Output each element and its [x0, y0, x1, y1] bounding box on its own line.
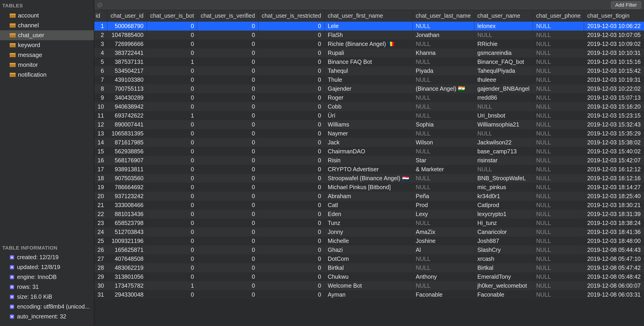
cell[interactable]: gajender_BNBAngel — [474, 84, 533, 93]
column-header[interactable]: chat_user_is_bot — [147, 10, 197, 21]
cell[interactable]: NULL — [412, 147, 474, 156]
cell[interactable]: 0 — [197, 75, 258, 84]
cell[interactable]: 0 — [197, 138, 258, 147]
cell[interactable]: 0 — [258, 120, 324, 129]
cell[interactable]: Star — [412, 156, 474, 165]
cell[interactable]: 0 — [197, 30, 258, 39]
cell[interactable]: 2019-12-03 18:14:27 — [584, 183, 644, 192]
cell[interactable]: 693742622 — [107, 111, 147, 120]
cell[interactable]: 0 — [147, 290, 197, 299]
cell[interactable]: Ùrí — [324, 111, 412, 120]
cell[interactable]: Catl — [324, 201, 412, 210]
cell[interactable]: 1 — [147, 281, 197, 290]
cell[interactable]: NULL — [533, 254, 584, 263]
cell[interactable]: 726996666 — [107, 39, 147, 48]
cell[interactable]: 5 — [94, 57, 107, 66]
cell[interactable]: NULL — [533, 281, 584, 290]
cell[interactable]: Michelle — [324, 236, 412, 245]
table-row[interactable]: 29313801056000ChukwuAnthonyEmeraldTonyNU… — [94, 272, 644, 281]
cell[interactable]: Birtkal — [474, 263, 533, 272]
cell[interactable]: 1 — [94, 21, 107, 31]
cell[interactable]: NULL — [412, 57, 474, 66]
cell[interactable]: Hi_tunz — [474, 219, 533, 227]
cell[interactable]: TahequlPiyada — [474, 66, 533, 75]
cell[interactable]: 22 — [94, 210, 107, 219]
table-row[interactable]: 9340430289000RogerNULLrredd86NULL2019-12… — [94, 93, 644, 102]
cell[interactable]: 0 — [197, 219, 258, 227]
cell[interactable]: lelonex — [474, 21, 533, 31]
cell[interactable]: 0 — [197, 272, 258, 281]
column-header[interactable]: chat_user_id — [107, 10, 147, 21]
cell[interactable]: 0 — [147, 39, 197, 48]
cell[interactable]: 786664692 — [107, 183, 147, 192]
cell[interactable]: 2 — [94, 30, 107, 39]
cell[interactable]: 0 — [197, 84, 258, 93]
cell[interactable]: NULL — [533, 201, 584, 210]
cell[interactable]: 0 — [258, 245, 324, 254]
cell[interactable]: NULL — [474, 102, 533, 111]
cell[interactable]: 2019-12-08 06:00:07 — [584, 281, 644, 290]
cell[interactable]: 0 — [258, 156, 324, 165]
cell[interactable]: NULL — [474, 165, 533, 174]
cell[interactable]: 0 — [197, 102, 258, 111]
cell[interactable]: Piyada — [412, 66, 474, 75]
cell[interactable]: 0 — [258, 210, 324, 219]
cell[interactable]: 2019-12-03 15:07:13 — [584, 93, 644, 102]
cell[interactable]: 568176907 — [107, 156, 147, 165]
cell[interactable]: 0 — [197, 183, 258, 192]
cell[interactable]: 562938856 — [107, 147, 147, 156]
cell[interactable]: rredd86 — [474, 93, 533, 102]
table-row[interactable]: 26165625871000GhaziAlSlashCryNULL2019-12… — [94, 245, 644, 254]
cell[interactable]: 0 — [197, 129, 258, 138]
cell[interactable]: 21 — [94, 201, 107, 210]
cell[interactable]: 2019-12-03 10:22:02 — [584, 84, 644, 93]
cell[interactable]: 0 — [197, 165, 258, 174]
cell[interactable]: 0 — [197, 39, 258, 48]
table-row[interactable]: 30173475782100Welcome BotNULLjh0ker_welc… — [94, 281, 644, 290]
cell[interactable]: 0 — [197, 111, 258, 120]
table-row[interactable]: 21333008466000CatlProdCatlprodNULL2019-1… — [94, 201, 644, 210]
cell[interactable]: 0 — [197, 263, 258, 272]
cell[interactable]: 0 — [147, 254, 197, 263]
cell[interactable]: Catlprod — [474, 201, 533, 210]
cell[interactable]: NULL — [412, 254, 474, 263]
table-row[interactable]: 5387537131100Binance FAQ BotNULLBinance_… — [94, 57, 644, 66]
cell[interactable]: 1 — [147, 57, 197, 66]
cell[interactable]: jh0ker_welcomebot — [474, 281, 533, 290]
cell[interactable]: 2019-12-03 18:30:21 — [584, 201, 644, 210]
cell[interactable]: Jackwilson22 — [474, 138, 533, 147]
cell[interactable]: 2019-12-03 10:15:42 — [584, 66, 644, 75]
table-row[interactable]: 27407648508000DotComNULLxrcashNULL2019-1… — [94, 254, 644, 263]
cell[interactable]: 0 — [197, 236, 258, 245]
cell[interactable]: Peña — [412, 192, 474, 201]
cell[interactable]: Richie (Binance Angel) 🇷🇴 — [324, 39, 412, 48]
cell[interactable]: 0 — [147, 156, 197, 165]
cell[interactable]: 0 — [147, 263, 197, 272]
cell[interactable]: 0 — [147, 219, 197, 227]
cell[interactable]: 0 — [197, 174, 258, 183]
table-row[interactable]: 1500068790000LeleNULLlelonexNULL2019-12-… — [94, 21, 644, 31]
table-row[interactable]: 21047885400000FlaShJonathanNULLNULL2019-… — [94, 30, 644, 39]
cell[interactable]: 0 — [258, 84, 324, 93]
add-filter-button[interactable]: Add Filter — [611, 1, 641, 9]
cell[interactable]: NULL — [412, 102, 474, 111]
cell[interactable]: 2019-12-03 10:07:05 — [584, 30, 644, 39]
cell[interactable]: 0 — [258, 254, 324, 263]
cell[interactable]: 0 — [147, 227, 197, 236]
cell[interactable]: Naymer — [324, 129, 412, 138]
column-header[interactable]: chat_user_is_verified — [197, 10, 258, 21]
cell[interactable]: NULL — [474, 30, 533, 39]
column-header[interactable]: id — [94, 10, 107, 21]
cell[interactable]: BNB_StroopWafeL — [474, 174, 533, 183]
cell[interactable]: NULL — [533, 84, 584, 93]
cell[interactable]: 0 — [147, 192, 197, 201]
cell[interactable]: 658523798 — [107, 219, 147, 227]
cell[interactable]: NULL — [474, 129, 533, 138]
cell[interactable]: 2019-12-03 10:09:02 — [584, 39, 644, 48]
cell[interactable]: 0 — [197, 156, 258, 165]
cell[interactable]: thuleee — [474, 75, 533, 84]
cell[interactable]: 7 — [94, 75, 107, 84]
cell[interactable]: Jonathan — [412, 30, 474, 39]
cell[interactable]: 2019-12-08 05:47:10 — [584, 254, 644, 263]
cell[interactable]: NULL — [533, 245, 584, 254]
